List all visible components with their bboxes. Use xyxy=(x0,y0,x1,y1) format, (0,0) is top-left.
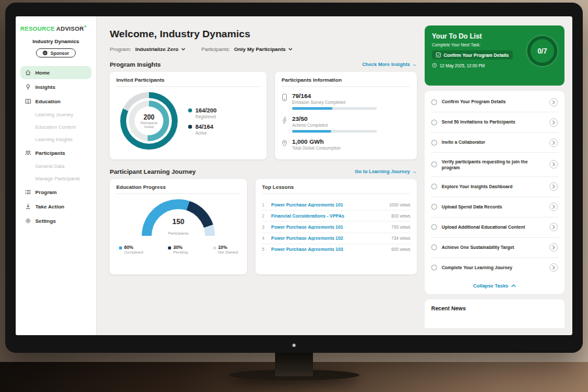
program-dropdown-value: Industrialize Zero xyxy=(135,46,178,52)
lesson-row: 1 Power Purchase Agreements 101 1000 vie… xyxy=(262,199,410,210)
task-checkbox[interactable] xyxy=(431,161,437,167)
task-row[interactable]: Explore Your Insights Dashboard xyxy=(431,177,559,197)
chevron-down-icon xyxy=(181,48,186,51)
sponsor-badge-label: Sponsor xyxy=(50,51,69,56)
task-row[interactable]: Invite a Collaborator xyxy=(431,133,559,153)
stat-value: 79/164 xyxy=(292,92,377,99)
sidebar-item-program[interactable]: Program xyxy=(20,186,91,199)
collapse-tasks-link[interactable]: Collapse Tasks xyxy=(431,278,559,294)
stat-label: Emission Survey Completed xyxy=(292,100,377,105)
collapse-label: Collapse Tasks xyxy=(473,283,508,289)
stat-emission-survey: 79/164 Emission Survey Completed xyxy=(282,92,410,110)
legend-label: Completed xyxy=(124,250,143,254)
sidebar-item-label: Program xyxy=(35,189,57,195)
logo-primary: RESOURCE xyxy=(20,25,55,32)
task-row[interactable]: Send 50 Invitations to Participants xyxy=(431,112,559,133)
task-row[interactable]: Confirm Your Program Details xyxy=(431,92,559,112)
donut-legend: 164/200 Registered 84/164 Active xyxy=(188,103,217,140)
task-open-button[interactable] xyxy=(549,182,558,191)
legend-dot xyxy=(188,108,192,112)
task-label: Invite a Collaborator xyxy=(442,139,545,145)
program-dropdown[interactable]: Industrialize Zero xyxy=(135,46,186,52)
task-open-button[interactable] xyxy=(549,160,558,169)
sidebar-item-insights[interactable]: Insights xyxy=(20,80,91,93)
lesson-link[interactable]: Power Purchase Agreements 102 xyxy=(271,236,387,240)
task-checkbox[interactable] xyxy=(431,265,437,270)
task-row[interactable]: Complete Your Learning Journey xyxy=(431,258,559,278)
lesson-link[interactable]: Financial Considerations - VPPAs xyxy=(271,214,387,218)
lesson-link[interactable]: Power Purchase Agreements 103 xyxy=(271,247,387,252)
legend-label: Not Started xyxy=(218,250,238,254)
legend-pending: 30% Pending xyxy=(168,245,188,254)
check-more-insights-link[interactable]: Check More Insights → xyxy=(362,61,417,67)
org-name: Industry Dynamics xyxy=(20,39,91,44)
task-checkbox[interactable] xyxy=(431,244,437,250)
gear-icon xyxy=(25,218,31,224)
lightning-icon xyxy=(282,116,287,124)
lesson-link[interactable]: Power Purchase Agreements 101 xyxy=(271,225,387,229)
task-checkbox[interactable] xyxy=(431,140,437,146)
task-open-button[interactable] xyxy=(549,203,558,211)
task-open-button[interactable] xyxy=(549,98,558,106)
stat-value: 23/50 xyxy=(292,115,377,122)
next-task-chip[interactable]: Confirm Your Program Details xyxy=(432,50,513,59)
task-row[interactable]: Upload Spend Data Records xyxy=(431,197,559,218)
lesson-link[interactable]: Power Purchase Agreements 101 xyxy=(271,203,384,207)
task-label: Verify participants requesting to join t… xyxy=(442,159,545,171)
logo-secondary: ADVISOR xyxy=(56,25,84,32)
sidebar-item-settings[interactable]: Settings xyxy=(20,214,91,227)
task-open-button[interactable] xyxy=(549,263,558,272)
participants-information-card: Participants Information 79/164 Emission… xyxy=(275,72,417,159)
task-open-button[interactable] xyxy=(549,223,558,231)
task-row[interactable]: Upload Additional Educational Content xyxy=(431,218,559,238)
task-open-button[interactable] xyxy=(549,118,558,127)
sidebar-item-education[interactable]: Education xyxy=(20,95,91,108)
clock-icon xyxy=(432,63,437,68)
task-checkbox[interactable] xyxy=(431,184,437,189)
task-checkbox[interactable] xyxy=(431,224,437,230)
stat-value: 1,000 GWh xyxy=(292,138,340,145)
legend-registered: 164/200 Registered xyxy=(188,107,217,119)
legend-dot xyxy=(119,246,122,250)
sidebar-item-participants[interactable]: Participants xyxy=(20,146,91,159)
sidebar-nav: Home Insights Education Learning Journey… xyxy=(20,65,91,228)
todo-list-card: Confirm Your Program Details Send 50 Inv… xyxy=(425,91,564,294)
task-row[interactable]: Verify participants requesting to join t… xyxy=(431,153,559,177)
legend-value: 164/200 xyxy=(195,107,217,114)
power-led xyxy=(293,344,296,347)
lesson-rank: 3 xyxy=(262,225,267,229)
sidebar-item-education-content[interactable]: Education Content xyxy=(20,121,91,133)
task-open-button[interactable] xyxy=(549,243,558,252)
lesson-rank: 5 xyxy=(262,247,267,252)
program-insights-title: Program Insights xyxy=(110,61,161,68)
participants-filter-label: Participants: xyxy=(201,46,230,52)
task-checkbox[interactable] xyxy=(431,99,437,105)
link-label: Check More Insights xyxy=(362,61,410,67)
invited-participants-card: Invited Participants 200 Participants In… xyxy=(110,72,267,159)
task-checkbox[interactable] xyxy=(431,120,437,125)
recent-news-title: Recent News xyxy=(431,305,558,312)
sidebar-item-label: Settings xyxy=(35,218,56,224)
task-label: Achieve One Sustainability Target xyxy=(442,244,545,250)
sidebar-item-learning-insights[interactable]: Learning Insights xyxy=(20,133,91,146)
sidebar-item-manage-participants[interactable]: Manage Participants xyxy=(20,172,91,185)
location-pin-icon xyxy=(282,139,287,147)
task-open-button[interactable] xyxy=(549,139,558,147)
card-title: Participants Information xyxy=(282,77,410,87)
sidebar-item-home[interactable]: Home xyxy=(20,66,91,79)
dashboard-screen: RESOURCE ADVISOR+ Industry Dynamics Spon… xyxy=(16,16,572,335)
task-label: Complete Your Learning Journey xyxy=(442,265,545,270)
participants-dropdown[interactable]: Only My Participants xyxy=(234,46,293,52)
legend-value: 30% xyxy=(173,245,188,250)
education-progress-gauge: 150 Participants xyxy=(142,199,215,237)
task-row[interactable]: Achieve One Sustainability Target xyxy=(431,238,559,258)
sidebar-item-learning-journey[interactable]: Learning Journey xyxy=(20,108,91,121)
task-checkbox[interactable] xyxy=(431,204,437,210)
go-to-learning-journey-link[interactable]: Go to Learning Journey → xyxy=(355,169,417,174)
sidebar-item-label: Education xyxy=(35,99,61,105)
sidebar-item-take-action[interactable]: Take Action xyxy=(20,200,91,213)
learning-cards-row: Education Progress 150 Participants xyxy=(110,179,417,274)
sidebar-item-general-data[interactable]: General Data xyxy=(20,160,91,172)
legend-completed: 60% Completed xyxy=(119,245,143,254)
donut-center-value: 200 xyxy=(144,114,155,121)
